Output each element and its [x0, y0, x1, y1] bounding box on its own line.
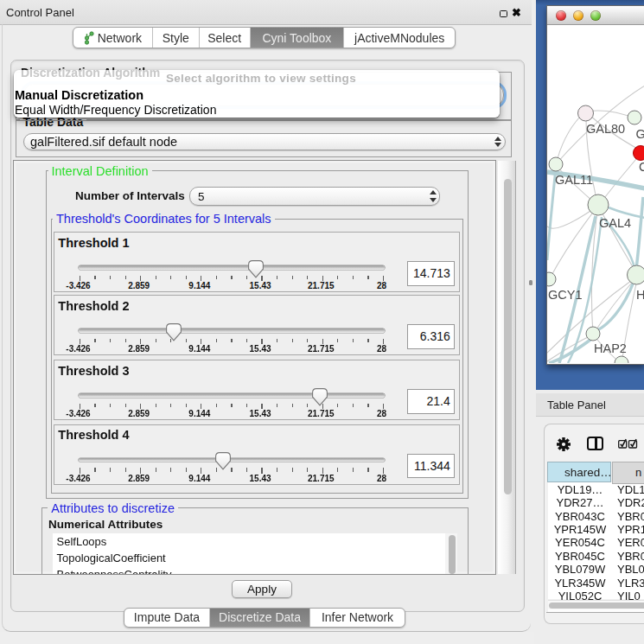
- svg-text:GAL11: GAL11: [555, 173, 593, 187]
- svg-text:GCY1: GCY1: [548, 288, 583, 302]
- svg-text:GAL4: GAL4: [599, 216, 631, 230]
- svg-text:H: H: [636, 288, 644, 302]
- svg-text:C: C: [639, 160, 644, 174]
- svg-text:HAP2: HAP2: [594, 341, 627, 355]
- svg-text:G.: G.: [636, 127, 644, 141]
- svg-text:GAL80: GAL80: [586, 122, 625, 136]
